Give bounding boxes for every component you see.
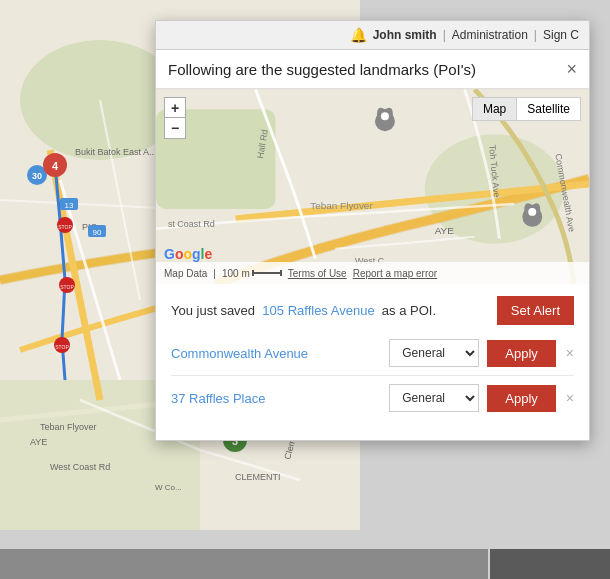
satellite-view-button[interactable]: Satellite — [517, 98, 580, 120]
svg-text:STOP: STOP — [60, 284, 74, 290]
map-type-toggle: Map Satellite — [472, 97, 581, 121]
user-section: 🔔 John smith | Administration | Sign C — [351, 27, 579, 43]
dialog-content: You just saved 105 Raffles Avenue as a P… — [156, 284, 589, 440]
apply-button-1[interactable]: Apply — [487, 340, 556, 367]
admin-link[interactable]: Administration — [452, 28, 528, 42]
landmark-name-1: Commonwealth Avenue — [171, 346, 381, 361]
svg-point-40 — [381, 112, 389, 120]
dialog-header: 🔔 John smith | Administration | Sign C — [156, 21, 589, 50]
svg-text:4: 4 — [52, 160, 59, 172]
svg-text:AYE: AYE — [435, 225, 455, 236]
close-button[interactable]: × — [566, 60, 577, 78]
save-notification: You just saved 105 Raffles Avenue as a P… — [171, 296, 574, 325]
svg-rect-45 — [280, 270, 282, 276]
svg-text:West Coast Rd: West Coast Rd — [50, 462, 110, 472]
username-label: John smith — [373, 28, 437, 42]
zoom-controls: + − — [164, 97, 186, 139]
map-footer: Map Data | 100 m Terms of Use Report a m… — [156, 262, 589, 284]
svg-text:W Co...: W Co... — [155, 483, 182, 492]
landmark-category-2[interactable]: General — [389, 384, 479, 412]
svg-text:AYE: AYE — [30, 437, 47, 447]
landmark-row: Commonwealth Avenue General Apply × — [171, 339, 574, 376]
dialog-title: Following are the suggested landmarks (P… — [168, 61, 476, 78]
svg-rect-44 — [252, 270, 254, 276]
scale-bar: 100 m — [222, 268, 282, 279]
landmark-name-2: 37 Raffles Place — [171, 391, 381, 406]
bottom-bar-left — [0, 549, 488, 579]
zoom-out-button[interactable]: − — [165, 118, 185, 138]
save-prefix: You just saved — [171, 303, 255, 318]
landmark-category-1[interactable]: General — [389, 339, 479, 367]
svg-text:Bukit Batok East A...: Bukit Batok East A... — [75, 147, 157, 157]
bell-icon: 🔔 — [351, 27, 367, 43]
svg-text:st Coast Rd: st Coast Rd — [168, 219, 215, 229]
svg-point-42 — [528, 208, 536, 216]
bottom-bar — [0, 549, 610, 579]
dialog-map: AYE Teban Flyover Hall Rd Toh Tuck Ave C… — [156, 89, 589, 284]
landmark-close-2[interactable]: × — [566, 390, 574, 406]
landmarks-dialog: 🔔 John smith | Administration | Sign C F… — [155, 20, 590, 441]
svg-text:30: 30 — [32, 171, 42, 181]
svg-text:STOP: STOP — [55, 344, 69, 350]
scale-value: 100 m — [222, 268, 250, 279]
svg-text:90: 90 — [93, 228, 102, 237]
svg-text:Teban Flyover: Teban Flyover — [310, 200, 373, 211]
save-highlight: 105 Raffles Avenue — [262, 303, 374, 318]
terms-link[interactable]: Terms of Use — [288, 268, 347, 279]
google-logo: Google — [164, 246, 212, 262]
landmark-close-1[interactable]: × — [566, 345, 574, 361]
landmark-row-2: 37 Raffles Place General Apply × — [171, 384, 574, 420]
svg-text:CLEMENTI: CLEMENTI — [235, 472, 281, 482]
map-data-label: Map Data — [164, 268, 207, 279]
set-alert-button[interactable]: Set Alert — [497, 296, 574, 325]
map-view-button[interactable]: Map — [473, 98, 517, 120]
svg-rect-43 — [252, 272, 282, 274]
signc-link[interactable]: Sign C — [543, 28, 579, 42]
svg-text:STOP: STOP — [58, 224, 72, 230]
svg-text:Teban Flyover: Teban Flyover — [40, 422, 97, 432]
report-link[interactable]: Report a map error — [353, 268, 437, 279]
zoom-in-button[interactable]: + — [165, 98, 185, 118]
bottom-bar-right — [490, 549, 610, 579]
dialog-title-bar: Following are the suggested landmarks (P… — [156, 50, 589, 89]
svg-text:13: 13 — [65, 201, 74, 210]
save-text: You just saved 105 Raffles Avenue as a P… — [171, 303, 436, 318]
apply-button-2[interactable]: Apply — [487, 385, 556, 412]
save-suffix: as a POI. — [382, 303, 436, 318]
